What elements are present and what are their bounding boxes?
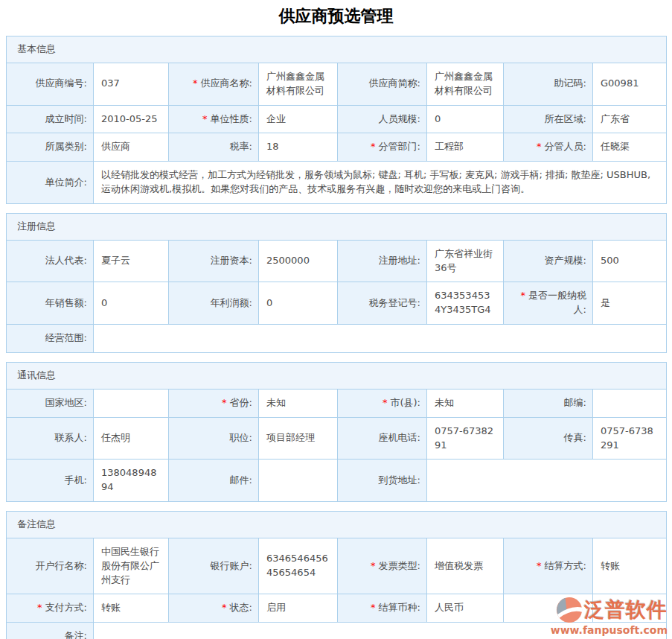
field-label: 座机电话: — [338, 417, 427, 460]
field-row: 联系人:任杰明职位:项目部经理座机电话:0757-6738291传真:0757-… — [7, 417, 667, 460]
field-value: 夏子云 — [94, 240, 169, 282]
field-value: 2010-05-25 — [94, 105, 169, 133]
field-label: 年销售额: — [7, 282, 94, 325]
page-title: 供应商预选管理 — [0, 0, 672, 36]
field-value: 6343534534Y3435TG4 — [427, 282, 504, 325]
empty-cell — [593, 594, 667, 623]
field-label: 银行账户: — [169, 538, 259, 594]
empty-cell — [504, 594, 593, 623]
section-table: 注册信息法人代表:夏子云注册资本:2500000注册地址:广东省祥业街36号资产… — [6, 213, 667, 353]
field-label: 到货地址: — [338, 460, 427, 502]
field-value: 人民币 — [427, 594, 504, 623]
field-label: *状态: — [169, 594, 259, 623]
required-asterisk: * — [37, 602, 42, 613]
field-label: 开户行名称: — [7, 538, 94, 594]
field-label: 助记码: — [504, 63, 593, 105]
field-label: *结算币种: — [338, 594, 427, 623]
required-asterisk: * — [537, 560, 542, 571]
required-asterisk: * — [521, 290, 526, 301]
field-label: 资产规模: — [504, 240, 593, 282]
field-row: 备注: — [7, 623, 667, 639]
field-label: 邮件: — [169, 460, 259, 502]
field-label: *省份: — [169, 389, 259, 417]
field-value: G00981 — [593, 63, 667, 105]
field-value: 未知 — [427, 389, 504, 417]
section-title: 备注信息 — [7, 512, 667, 538]
required-asterisk: * — [222, 397, 227, 408]
field-value: 工程部 — [427, 133, 504, 162]
field-row: 年销售额:0年利润额:0税务登记号:6343534534Y3435TG4*是否一… — [7, 282, 667, 325]
section-title: 通讯信息 — [7, 362, 667, 389]
field-value: 0 — [259, 282, 338, 325]
field-label: 法人代表: — [7, 240, 94, 282]
field-label: 供应商简称: — [338, 63, 427, 105]
field-value: 以经销批发的模式经营，加工方式为经销批发，服务领域为鼠标; 键盘; 耳机; 手写… — [94, 162, 667, 204]
field-value: 转账 — [593, 538, 667, 594]
field-value — [427, 460, 667, 502]
field-row: 法人代表:夏子云注册资本:2500000注册地址:广东省祥业街36号资产规模:5… — [7, 240, 667, 282]
field-value — [94, 623, 667, 639]
field-value: 18 — [259, 133, 338, 162]
field-label: 注册资本: — [169, 240, 259, 282]
field-label: 邮编: — [504, 389, 593, 417]
field-value: 13804894894 — [94, 460, 169, 502]
field-value: 0757-6738291 — [593, 417, 667, 460]
field-row: 供应商编号:037*供应商名称:广州鑫鑫金属材料有限公司供应商简称:广州鑫鑫金属… — [7, 63, 667, 105]
section-title: 注册信息 — [7, 213, 667, 240]
field-label: *市(县): — [338, 389, 427, 417]
field-label: 经营范围: — [7, 325, 94, 353]
field-label: *结算方式: — [504, 538, 593, 594]
field-value: 0757-6738291 — [427, 417, 504, 460]
field-value: 广州鑫鑫金属材料有限公司 — [427, 63, 504, 105]
field-value: 未知 — [259, 389, 338, 417]
field-value: 037 — [94, 63, 169, 105]
field-label: 手机: — [7, 460, 94, 502]
field-value: 启用 — [259, 594, 338, 623]
field-label: 国家地区: — [7, 389, 94, 417]
field-label: 年利润额: — [169, 282, 259, 325]
field-label: 备注: — [7, 623, 94, 639]
field-value — [259, 460, 338, 502]
field-label: 注册地址: — [338, 240, 427, 282]
field-value: 转账 — [94, 594, 169, 623]
field-label: 税务登记号: — [338, 282, 427, 325]
field-label: 成立时间: — [7, 105, 94, 133]
field-value: 中国民生银行股份有限公广州支行 — [94, 538, 169, 594]
required-asterisk: * — [371, 560, 376, 571]
field-value — [593, 389, 667, 417]
section-title: 基本信息 — [7, 36, 667, 63]
field-label: *供应商名称: — [169, 63, 259, 105]
required-asterisk: * — [383, 397, 388, 408]
required-asterisk: * — [222, 602, 227, 613]
field-label: 所属类别: — [7, 133, 94, 162]
field-label: 税率: — [169, 133, 259, 162]
required-asterisk: * — [537, 141, 542, 152]
field-value: 供应商 — [94, 133, 169, 162]
field-label: 联系人: — [7, 417, 94, 460]
field-value: 2500000 — [259, 240, 338, 282]
field-row: 国家地区:*省份:未知*市(县):未知邮编: — [7, 389, 667, 417]
field-value: 是 — [593, 282, 667, 325]
field-label: *是否一般纳税人: — [504, 282, 593, 325]
field-label: 职位: — [169, 417, 259, 460]
field-value — [94, 389, 169, 417]
field-row: 单位简介:以经销批发的模式经营，加工方式为经销批发，服务领域为鼠标; 键盘; 耳… — [7, 162, 667, 204]
field-value: 500 — [593, 240, 667, 282]
field-value: 广州鑫鑫金属材料有限公司 — [259, 63, 338, 105]
field-value — [94, 325, 667, 353]
section-table: 基本信息供应商编号:037*供应商名称:广州鑫鑫金属材料有限公司供应商简称:广州… — [6, 36, 667, 204]
field-row: 手机:13804894894邮件:到货地址: — [7, 460, 667, 502]
field-value: 634654645645654654 — [259, 538, 338, 594]
field-label: 单位简介: — [7, 162, 94, 204]
field-row: 经营范围: — [7, 325, 667, 353]
field-value: 任杰明 — [94, 417, 169, 460]
field-label: 供应商编号: — [7, 63, 94, 105]
field-label: 传真: — [504, 417, 593, 460]
supplier-preselect-page: 供应商预选管理 基本信息供应商编号:037*供应商名称:广州鑫鑫金属材料有限公司… — [0, 0, 672, 639]
field-row: 成立时间:2010-05-25*单位性质:企业人员规模:0所在区域:广东省 — [7, 105, 667, 133]
field-value: 广东省 — [593, 105, 667, 133]
field-value: 0 — [427, 105, 504, 133]
field-row: 开户行名称:中国民生银行股份有限公广州支行银行账户:63465464564565… — [7, 538, 667, 594]
field-value: 项目部经理 — [259, 417, 338, 460]
field-label: *分管人员: — [504, 133, 593, 162]
